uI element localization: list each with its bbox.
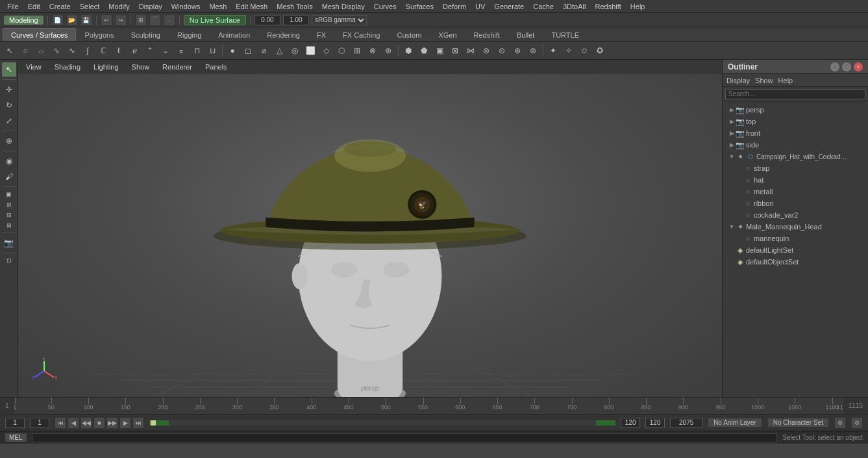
tool-poly6[interactable]: ⊜ [479, 44, 493, 58]
tool-poly4[interactable]: ⊠ [448, 44, 462, 58]
tool-scale-icon[interactable]: ⤢ [2, 114, 16, 128]
modebar-snap-curve[interactable]: ⌒ [149, 14, 161, 26]
ol-menu-show[interactable]: Show [755, 77, 773, 84]
tool-move-icon[interactable]: ✛ [2, 83, 16, 97]
menu-edit-mesh[interactable]: Edit Mesh [231, 0, 272, 13]
tool-curve10[interactable]: ⊓ [190, 44, 204, 58]
vp-menu-lighting[interactable]: Lighting [91, 63, 121, 71]
playhead-right-input[interactable] [645, 418, 665, 428]
outliner-item-persp[interactable]: ▶ 📷 persp [723, 104, 868, 116]
tool-subdiv[interactable]: ⬡ [334, 44, 349, 58]
outliner-item-object-set[interactable]: ◈ defaultObjectSet [723, 256, 868, 268]
tool-poly1[interactable]: ⬢ [401, 44, 415, 58]
tool-sculpt[interactable]: ⊗ [366, 44, 380, 58]
tab-rendering[interactable]: Rendering [258, 28, 308, 41]
timeline-settings-btn[interactable]: ⚙ [851, 417, 863, 429]
tab-fx-caching[interactable]: FX Caching [334, 28, 388, 41]
outliner-item-front[interactable]: ▶ 📷 front [723, 127, 868, 139]
tool-small-5[interactable]: ⊡ [2, 256, 16, 265]
play-prev-frame[interactable]: ◀ [68, 417, 79, 429]
outliner-item-mannequin[interactable]: ○ mannequin [723, 233, 868, 244]
tool-universal-icon[interactable]: ⊕ [2, 134, 16, 148]
menu-windows[interactable]: Windows [167, 0, 205, 13]
ol-menu-display[interactable]: Display [726, 77, 750, 84]
tool-poly8[interactable]: ⊛ [510, 44, 525, 58]
modebar-num2[interactable] [283, 15, 309, 25]
tab-sculpting[interactable]: Sculpting [123, 28, 169, 41]
play-back[interactable]: ◀◀ [81, 417, 92, 429]
char-set-btn[interactable]: No Character Set [767, 418, 829, 427]
mode-label[interactable]: Modeling [4, 16, 43, 25]
tool-paint[interactable]: ⌓ [34, 44, 48, 58]
timeline-range-bar[interactable] [149, 420, 615, 426]
play-next-key[interactable]: ⏭ [132, 417, 144, 429]
range-end-input[interactable] [670, 418, 702, 428]
play-stop[interactable]: ■ [93, 417, 105, 429]
timeline[interactable]: 1 15010015020025030035040045050055060065… [0, 397, 868, 414]
tool-curve1[interactable]: ∿ [49, 44, 64, 58]
vp-menu-shading[interactable]: Shading [52, 63, 83, 71]
menu-curves[interactable]: Curves [369, 0, 401, 13]
tool-curve5[interactable]: ℓ [112, 44, 126, 58]
tool-small-2[interactable]: ⊞ [2, 200, 16, 209]
tool-rotate-icon[interactable]: ↻ [2, 98, 16, 112]
anim-settings-btn[interactable]: ⚙ [834, 417, 846, 429]
outliner-close-btn[interactable]: × [854, 62, 863, 71]
tool-poly7[interactable]: ⊝ [495, 44, 509, 58]
menu-generate[interactable]: Generate [490, 0, 528, 13]
modebar-num1[interactable] [254, 15, 280, 25]
modebar-new-btn[interactable]: 📄 [52, 14, 64, 26]
tab-polygons[interactable]: Polygons [76, 28, 122, 41]
tool-curve3[interactable]: ∫ [81, 44, 95, 58]
tool-poly9[interactable]: ⊚ [526, 44, 540, 58]
vp-menu-panels[interactable]: Panels [203, 63, 230, 71]
tool-lasso[interactable]: ○ [18, 44, 32, 58]
play-forward[interactable]: ▶▶ [106, 417, 118, 429]
tool-lattice[interactable]: ⊞ [350, 44, 364, 58]
timeline-ruler[interactable]: 1501001502002503003504004505005506006507… [14, 398, 843, 414]
outliner-item-ribbon[interactable]: ○ ribbon [723, 197, 868, 209]
modebar-save-btn[interactable]: 💾 [81, 14, 92, 26]
outliner-item-top[interactable]: ▶ 📷 top [723, 116, 868, 127]
menu-3dtocall[interactable]: 3DtoAll [558, 0, 590, 13]
tool-soft-select-icon[interactable]: ◉ [2, 154, 16, 168]
outliner-item-side[interactable]: ▶ 📷 side [723, 139, 868, 151]
tab-redshift[interactable]: Redshift [465, 28, 508, 41]
menu-mesh[interactable]: Mesh [205, 0, 231, 13]
frame-current-input[interactable] [30, 418, 49, 428]
live-surface-btn[interactable]: No Live Surface [184, 15, 246, 25]
tool-misc1[interactable]: ✦ [546, 44, 560, 58]
modebar-snap-point[interactable]: · [164, 14, 175, 26]
menu-deform[interactable]: Deform [438, 0, 471, 13]
menu-select[interactable]: Select [75, 0, 105, 13]
tool-camera-icon[interactable]: 📷 [2, 236, 16, 250]
tool-poly5[interactable]: ⋈ [464, 44, 478, 58]
tab-rigging[interactable]: Rigging [169, 28, 210, 41]
tool-misc3[interactable]: ✩ [577, 44, 591, 58]
outliner-search-input[interactable] [725, 89, 865, 99]
tool-torus[interactable]: ◎ [288, 44, 302, 58]
menu-cache[interactable]: Cache [528, 0, 558, 13]
outliner-item-cockade-var2[interactable]: ○ cockade_var2 [723, 209, 868, 221]
menu-mesh-tools[interactable]: Mesh Tools [272, 0, 317, 13]
modebar-snap-grid[interactable]: ⊞ [135, 14, 147, 26]
tool-curve2[interactable]: ∿ [65, 44, 79, 58]
play-next-frame[interactable]: ▶ [119, 417, 131, 429]
play-prev-key[interactable]: ⏮ [55, 417, 66, 429]
gamma-select[interactable]: sRGB gamma [312, 15, 367, 25]
tool-cube[interactable]: ◻ [241, 44, 255, 58]
tool-cone[interactable]: △ [272, 44, 286, 58]
outliner-minimize-btn[interactable]: - [830, 62, 839, 71]
menu-surfaces[interactable]: Surfaces [401, 0, 438, 13]
tool-paint-attr-icon[interactable]: 🖌 [2, 170, 16, 184]
outliner-item-metall[interactable]: ○ metall [723, 186, 868, 197]
menu-display[interactable]: Display [134, 0, 167, 13]
menu-help[interactable]: Help [626, 0, 650, 13]
menu-create[interactable]: Create [45, 0, 75, 13]
menu-modify[interactable]: Modify [104, 0, 134, 13]
menu-mesh-display[interactable]: Mesh Display [317, 0, 369, 13]
tool-nurbs[interactable]: ◇ [319, 44, 333, 58]
tool-curve6[interactable]: ℯ [127, 44, 142, 58]
playhead-marker[interactable] [151, 420, 156, 426]
ol-menu-help[interactable]: Help [778, 77, 793, 84]
